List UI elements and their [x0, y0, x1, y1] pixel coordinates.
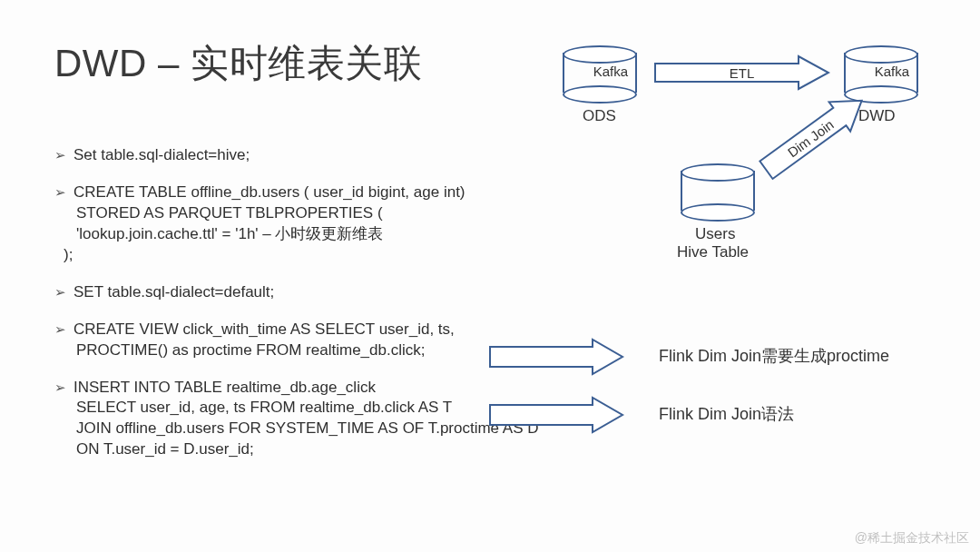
bullet-2-line1: CREATE TABLE offline_db.users ( user_id … [74, 182, 466, 203]
chevron-right-icon: ➢ [54, 182, 66, 202]
ods-kafka-label: Kafka [563, 64, 635, 79]
architecture-diagram: Kafka ODS Kafka DWD ETL Users Hive Table [544, 36, 953, 263]
annotation-1: Flink Dim Join需要生成proctime [659, 345, 889, 367]
bullet-1-text: Set table.sql-dialect=hive; [74, 145, 250, 166]
ods-caption: ODS [583, 107, 616, 125]
annotation-arrow-2 [488, 396, 624, 434]
users-caption-1: Users [695, 225, 735, 243]
bullet-2-line3: 'lookup.join.cache.ttl' = '1h' – 小时级更新维表 [76, 224, 599, 245]
svg-marker-3 [490, 398, 622, 432]
slide-title: DWD – 实时维表关联 [54, 38, 422, 89]
bullet-2: ➢ CREATE TABLE offline_db.users ( user_i… [54, 182, 599, 266]
bullet-2-line4: ); [64, 245, 599, 266]
users-caption-2: Hive Table [677, 243, 749, 261]
chevron-right-icon: ➢ [54, 145, 66, 164]
bullet-5-line1: INSERT INTO TABLE realtime_db.age_click [74, 378, 376, 399]
dwd-kafka-cylinder: Kafka [844, 45, 916, 100]
annotation-arrow-1 [488, 338, 624, 376]
watermark: @稀土掘金技术社区 [855, 530, 969, 547]
bullet-3-text: SET table.sql-dialect=default; [74, 282, 274, 303]
bullet-2-line2: STORED AS PARQUET TBLPROPERTIES ( [76, 203, 599, 224]
chevron-right-icon: ➢ [54, 378, 66, 397]
annotation-2: Flink Dim Join语法 [659, 403, 794, 425]
users-hive-cylinder [681, 163, 753, 218]
dimjoin-arrow: Dim Join [751, 93, 869, 183]
dwd-kafka-label: Kafka [844, 64, 916, 79]
bullet-4-line1: CREATE VIEW click_with_time AS SELECT us… [74, 320, 455, 340]
bullet-1: ➢ Set table.sql-dialect=hive; [54, 145, 599, 166]
chevron-right-icon: ➢ [54, 282, 66, 301]
chevron-right-icon: ➢ [54, 320, 66, 339]
bullet-5-line4: ON T.user_id = D.user_id; [76, 439, 599, 460]
bullet-3: ➢ SET table.sql-dialect=default; [54, 282, 599, 303]
ods-kafka-cylinder: Kafka [563, 45, 635, 100]
svg-marker-2 [490, 340, 622, 374]
